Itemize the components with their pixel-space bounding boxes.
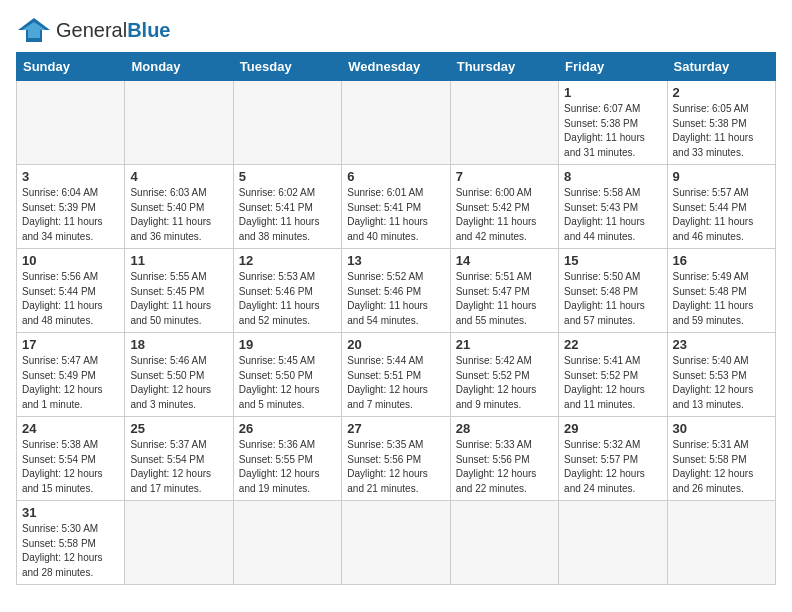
logo-icon	[16, 16, 52, 44]
calendar-cell	[125, 81, 233, 165]
day-number: 6	[347, 169, 444, 184]
day-number: 28	[456, 421, 553, 436]
day-number: 1	[564, 85, 661, 100]
day-info: Sunrise: 5:36 AM Sunset: 5:55 PM Dayligh…	[239, 438, 336, 496]
day-info: Sunrise: 5:47 AM Sunset: 5:49 PM Dayligh…	[22, 354, 119, 412]
week-row-1: 1Sunrise: 6:07 AM Sunset: 5:38 PM Daylig…	[17, 81, 776, 165]
day-info: Sunrise: 5:32 AM Sunset: 5:57 PM Dayligh…	[564, 438, 661, 496]
day-info: Sunrise: 6:04 AM Sunset: 5:39 PM Dayligh…	[22, 186, 119, 244]
calendar-cell: 23Sunrise: 5:40 AM Sunset: 5:53 PM Dayli…	[667, 333, 775, 417]
weekday-header-row: SundayMondayTuesdayWednesdayThursdayFrid…	[17, 53, 776, 81]
calendar-cell	[559, 501, 667, 585]
day-info: Sunrise: 5:31 AM Sunset: 5:58 PM Dayligh…	[673, 438, 770, 496]
header: GeneralBlue	[16, 16, 776, 44]
week-row-6: 31Sunrise: 5:30 AM Sunset: 5:58 PM Dayli…	[17, 501, 776, 585]
calendar-cell: 14Sunrise: 5:51 AM Sunset: 5:47 PM Dayli…	[450, 249, 558, 333]
calendar-cell: 19Sunrise: 5:45 AM Sunset: 5:50 PM Dayli…	[233, 333, 341, 417]
week-row-3: 10Sunrise: 5:56 AM Sunset: 5:44 PM Dayli…	[17, 249, 776, 333]
calendar-cell: 7Sunrise: 6:00 AM Sunset: 5:42 PM Daylig…	[450, 165, 558, 249]
day-info: Sunrise: 5:35 AM Sunset: 5:56 PM Dayligh…	[347, 438, 444, 496]
calendar-cell: 28Sunrise: 5:33 AM Sunset: 5:56 PM Dayli…	[450, 417, 558, 501]
day-number: 27	[347, 421, 444, 436]
day-number: 2	[673, 85, 770, 100]
day-number: 21	[456, 337, 553, 352]
day-info: Sunrise: 5:46 AM Sunset: 5:50 PM Dayligh…	[130, 354, 227, 412]
calendar-cell: 25Sunrise: 5:37 AM Sunset: 5:54 PM Dayli…	[125, 417, 233, 501]
day-number: 14	[456, 253, 553, 268]
weekday-header-friday: Friday	[559, 53, 667, 81]
weekday-header-tuesday: Tuesday	[233, 53, 341, 81]
day-info: Sunrise: 5:52 AM Sunset: 5:46 PM Dayligh…	[347, 270, 444, 328]
day-number: 29	[564, 421, 661, 436]
day-info: Sunrise: 6:05 AM Sunset: 5:38 PM Dayligh…	[673, 102, 770, 160]
day-number: 19	[239, 337, 336, 352]
day-number: 5	[239, 169, 336, 184]
calendar-cell: 3Sunrise: 6:04 AM Sunset: 5:39 PM Daylig…	[17, 165, 125, 249]
page-container: GeneralBlue SundayMondayTuesdayWednesday…	[16, 16, 776, 585]
calendar-cell	[450, 501, 558, 585]
calendar-cell	[233, 81, 341, 165]
calendar-cell	[17, 81, 125, 165]
day-info: Sunrise: 5:56 AM Sunset: 5:44 PM Dayligh…	[22, 270, 119, 328]
calendar-cell: 4Sunrise: 6:03 AM Sunset: 5:40 PM Daylig…	[125, 165, 233, 249]
day-number: 30	[673, 421, 770, 436]
day-info: Sunrise: 5:45 AM Sunset: 5:50 PM Dayligh…	[239, 354, 336, 412]
day-number: 22	[564, 337, 661, 352]
day-info: Sunrise: 6:07 AM Sunset: 5:38 PM Dayligh…	[564, 102, 661, 160]
day-number: 10	[22, 253, 119, 268]
calendar-cell	[342, 501, 450, 585]
day-info: Sunrise: 6:03 AM Sunset: 5:40 PM Dayligh…	[130, 186, 227, 244]
weekday-header-monday: Monday	[125, 53, 233, 81]
calendar-cell: 27Sunrise: 5:35 AM Sunset: 5:56 PM Dayli…	[342, 417, 450, 501]
day-number: 9	[673, 169, 770, 184]
calendar-cell: 18Sunrise: 5:46 AM Sunset: 5:50 PM Dayli…	[125, 333, 233, 417]
day-number: 26	[239, 421, 336, 436]
day-number: 4	[130, 169, 227, 184]
day-info: Sunrise: 5:37 AM Sunset: 5:54 PM Dayligh…	[130, 438, 227, 496]
day-info: Sunrise: 5:41 AM Sunset: 5:52 PM Dayligh…	[564, 354, 661, 412]
day-number: 7	[456, 169, 553, 184]
calendar-cell	[667, 501, 775, 585]
day-info: Sunrise: 5:50 AM Sunset: 5:48 PM Dayligh…	[564, 270, 661, 328]
calendar-cell: 29Sunrise: 5:32 AM Sunset: 5:57 PM Dayli…	[559, 417, 667, 501]
calendar-table: SundayMondayTuesdayWednesdayThursdayFrid…	[16, 52, 776, 585]
calendar-cell	[125, 501, 233, 585]
calendar-cell: 31Sunrise: 5:30 AM Sunset: 5:58 PM Dayli…	[17, 501, 125, 585]
day-number: 25	[130, 421, 227, 436]
day-number: 12	[239, 253, 336, 268]
weekday-header-saturday: Saturday	[667, 53, 775, 81]
day-info: Sunrise: 5:55 AM Sunset: 5:45 PM Dayligh…	[130, 270, 227, 328]
calendar-cell: 1Sunrise: 6:07 AM Sunset: 5:38 PM Daylig…	[559, 81, 667, 165]
week-row-4: 17Sunrise: 5:47 AM Sunset: 5:49 PM Dayli…	[17, 333, 776, 417]
calendar-cell: 12Sunrise: 5:53 AM Sunset: 5:46 PM Dayli…	[233, 249, 341, 333]
day-number: 15	[564, 253, 661, 268]
logo: GeneralBlue	[16, 16, 171, 44]
calendar-cell: 2Sunrise: 6:05 AM Sunset: 5:38 PM Daylig…	[667, 81, 775, 165]
day-number: 11	[130, 253, 227, 268]
day-info: Sunrise: 5:58 AM Sunset: 5:43 PM Dayligh…	[564, 186, 661, 244]
day-number: 24	[22, 421, 119, 436]
calendar-cell: 24Sunrise: 5:38 AM Sunset: 5:54 PM Dayli…	[17, 417, 125, 501]
day-info: Sunrise: 5:49 AM Sunset: 5:48 PM Dayligh…	[673, 270, 770, 328]
calendar-cell: 5Sunrise: 6:02 AM Sunset: 5:41 PM Daylig…	[233, 165, 341, 249]
day-number: 17	[22, 337, 119, 352]
day-number: 16	[673, 253, 770, 268]
day-number: 13	[347, 253, 444, 268]
day-info: Sunrise: 5:42 AM Sunset: 5:52 PM Dayligh…	[456, 354, 553, 412]
week-row-2: 3Sunrise: 6:04 AM Sunset: 5:39 PM Daylig…	[17, 165, 776, 249]
day-info: Sunrise: 5:38 AM Sunset: 5:54 PM Dayligh…	[22, 438, 119, 496]
calendar-cell	[233, 501, 341, 585]
calendar-cell: 11Sunrise: 5:55 AM Sunset: 5:45 PM Dayli…	[125, 249, 233, 333]
logo-text: GeneralBlue	[56, 19, 171, 42]
day-number: 31	[22, 505, 119, 520]
calendar-cell: 10Sunrise: 5:56 AM Sunset: 5:44 PM Dayli…	[17, 249, 125, 333]
day-info: Sunrise: 6:01 AM Sunset: 5:41 PM Dayligh…	[347, 186, 444, 244]
calendar-cell: 16Sunrise: 5:49 AM Sunset: 5:48 PM Dayli…	[667, 249, 775, 333]
day-info: Sunrise: 5:57 AM Sunset: 5:44 PM Dayligh…	[673, 186, 770, 244]
day-info: Sunrise: 5:51 AM Sunset: 5:47 PM Dayligh…	[456, 270, 553, 328]
calendar-cell: 20Sunrise: 5:44 AM Sunset: 5:51 PM Dayli…	[342, 333, 450, 417]
weekday-header-sunday: Sunday	[17, 53, 125, 81]
day-info: Sunrise: 5:53 AM Sunset: 5:46 PM Dayligh…	[239, 270, 336, 328]
day-info: Sunrise: 5:30 AM Sunset: 5:58 PM Dayligh…	[22, 522, 119, 580]
calendar-cell: 21Sunrise: 5:42 AM Sunset: 5:52 PM Dayli…	[450, 333, 558, 417]
